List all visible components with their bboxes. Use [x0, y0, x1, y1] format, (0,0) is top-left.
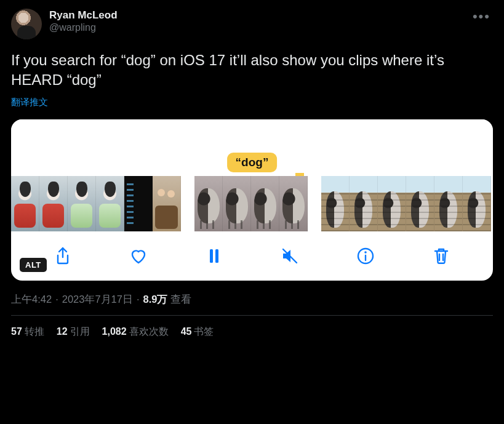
author-names[interactable]: Ryan McLeod @warpling [49, 9, 118, 34]
retweet-count: 57 [11, 326, 22, 337]
handle: @warpling [49, 22, 118, 34]
thumbnail [406, 176, 434, 231]
tweet-meta[interactable]: 上午4:42 · 2023年7月17日 · 8.9万 查看 [11, 293, 493, 306]
tweet-time: 上午4:42 [11, 293, 52, 306]
heart-icon[interactable] [127, 245, 150, 267]
stat-retweets[interactable]: 57转推 [11, 326, 44, 338]
views-label: 查看 [170, 293, 191, 306]
tweet-header: Ryan McLeod @warpling [11, 9, 493, 39]
more-icon[interactable]: ••• [468, 6, 495, 27]
thumbnail [223, 176, 251, 231]
thumbnail [124, 176, 153, 231]
thumbnail [153, 176, 181, 231]
filmstrip[interactable] [11, 176, 493, 231]
thumbnail [321, 176, 350, 231]
svg-rect-0 [210, 249, 213, 263]
info-icon[interactable] [354, 245, 377, 267]
thumbnail [463, 176, 491, 231]
thumbnail [378, 176, 406, 231]
tweet-stats: 57转推 12引用 1,082喜欢次数 45书签 [11, 316, 493, 338]
tweet-date: 2023年7月17日 [62, 293, 133, 306]
views-count: 8.9万 [143, 293, 168, 306]
thumbnail [279, 176, 308, 231]
thumbnail [434, 176, 463, 231]
bookmark-label: 书签 [194, 326, 214, 337]
avatar[interactable] [11, 9, 42, 39]
thumbnail [11, 176, 39, 231]
clip-group-3[interactable] [321, 176, 491, 231]
like-label: 喜欢次数 [129, 326, 169, 337]
meta-separator: · [54, 294, 60, 305]
svg-rect-1 [215, 249, 218, 263]
stat-quotes[interactable]: 12引用 [57, 326, 90, 338]
clip-group-2[interactable] [194, 176, 308, 231]
media-toolbar [11, 231, 493, 273]
quote-count: 12 [57, 326, 68, 337]
stat-likes[interactable]: 1,082喜欢次数 [102, 326, 169, 338]
svg-point-3 [364, 251, 367, 254]
clip-group-1[interactable] [11, 176, 181, 231]
caption-tag: “dog” [227, 153, 278, 172]
thumbnail [39, 176, 68, 231]
meta-separator: · [135, 294, 141, 305]
bookmark-count: 45 [181, 326, 192, 337]
thumbnail [251, 176, 279, 231]
trash-icon[interactable] [430, 245, 452, 267]
tweet-text: If you search for “dog” on iOS 17 it’ll … [11, 50, 493, 90]
quote-label: 引用 [70, 326, 90, 337]
thumbnail [350, 176, 378, 231]
like-count: 1,082 [102, 326, 127, 337]
thumbnail [68, 176, 96, 231]
pause-icon[interactable] [203, 245, 225, 267]
mute-icon[interactable] [279, 245, 301, 267]
media-card[interactable]: “dog” [11, 119, 493, 281]
share-icon[interactable] [52, 245, 74, 267]
alt-badge[interactable]: ALT [20, 258, 47, 272]
stat-bookmarks[interactable]: 45书签 [181, 326, 214, 338]
tweet-container: Ryan McLeod @warpling ••• If you search … [0, 0, 504, 338]
thumbnail [194, 176, 223, 231]
translate-link[interactable]: 翻译推文 [11, 97, 48, 108]
display-name: Ryan McLeod [49, 9, 118, 22]
retweet-label: 转推 [25, 326, 44, 337]
thumbnail [96, 176, 124, 231]
media-top-area: “dog” [11, 119, 493, 176]
